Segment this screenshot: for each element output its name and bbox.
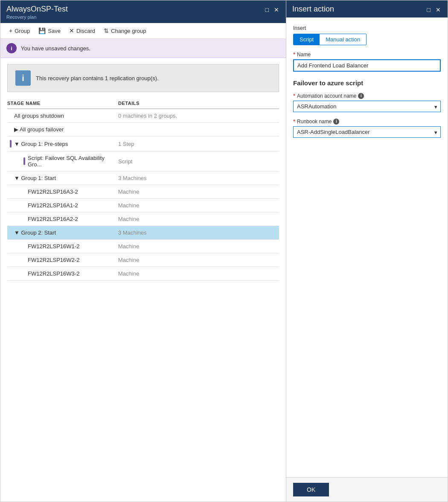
- row-stage-cell: ▶ All groups failover: [7, 126, 118, 133]
- row-details-cell: Machine: [118, 243, 279, 250]
- right-panel: Insert action □ ✕ Insert Script Manual a…: [286, 0, 448, 502]
- row-details-cell: 3 Machines: [118, 175, 279, 181]
- col-details-header: DETAILS: [118, 101, 279, 106]
- alert-text: You have unsaved changes.: [21, 45, 90, 52]
- runbook-info-icon: i: [333, 119, 339, 125]
- info-box-icon: i: [15, 70, 31, 86]
- table-row[interactable]: FW12R2LSP16W1-2Machine: [7, 240, 279, 253]
- group-bar-icon: [10, 140, 12, 148]
- row-details-cell: Script: [118, 158, 279, 165]
- table-row[interactable]: FW12R2LSP16W3-2Machine: [7, 267, 279, 281]
- discard-button[interactable]: ✕ Discard: [65, 26, 99, 36]
- automation-account-label: * Automation account name i: [293, 93, 441, 99]
- left-header: AlwaysOnSP-Test Recovery plan □ ✕: [0, 0, 286, 23]
- alert-icon: i: [6, 43, 17, 53]
- table-row[interactable]: ▶ All groups failover: [7, 123, 279, 136]
- change-group-button[interactable]: ⇅ Change group: [99, 26, 150, 36]
- table-row[interactable]: FW12R2LSP16A2-2Machine: [7, 212, 279, 226]
- runbook-select[interactable]: ASR-AddSingleLoadBalancer: [293, 126, 441, 138]
- row-stage-cell: FW12R2LSP16A1-2: [7, 202, 118, 209]
- manual-action-tab[interactable]: Manual action: [320, 34, 366, 45]
- table-row[interactable]: FW12R2LSP16A1-2Machine: [7, 199, 279, 212]
- left-panel: AlwaysOnSP-Test Recovery plan □ ✕ + Grou…: [0, 0, 286, 502]
- table-row[interactable]: All groups shutdown0 machines in 2 group…: [7, 109, 279, 123]
- alert-bar: i You have unsaved changes.: [0, 39, 286, 58]
- row-details-cell: 1 Step: [118, 141, 279, 147]
- row-stage-cell: ▼ Group 1: Pre-steps: [7, 140, 118, 148]
- table-rows: All groups shutdown0 machines in 2 group…: [7, 109, 279, 281]
- right-content: Insert Script Manual action * Name Failo…: [286, 17, 448, 477]
- save-icon: 💾: [38, 27, 46, 34]
- row-stage-cell: FW12R2LSP16W2-2: [7, 257, 118, 263]
- automation-account-select[interactable]: ASRAutomation: [293, 101, 441, 112]
- row-details-cell: 3 Machines: [118, 229, 279, 236]
- minimize-button[interactable]: □: [265, 6, 270, 14]
- col-stage-header: STAGE NAME: [7, 101, 118, 106]
- row-stage-cell: FW12R2LSP16A3-2: [7, 189, 118, 195]
- table-row[interactable]: ▼ Group 1: Pre-steps1 Step: [7, 136, 279, 151]
- row-stage-cell: ▼ Group 1: Start: [7, 175, 118, 181]
- right-header: Insert action □ ✕: [286, 0, 448, 17]
- row-details-cell: Machine: [118, 216, 279, 222]
- group-button[interactable]: + Group: [5, 26, 34, 36]
- info-box: i This recovery plan contains 1 replicat…: [7, 64, 279, 92]
- row-stage-cell: FW12R2LSP16W1-2: [7, 243, 118, 250]
- row-details-cell: Machine: [118, 257, 279, 263]
- row-stage-cell: ▼ Group 2: Start: [7, 229, 118, 236]
- runbook-select-wrapper: ASR-AddSingleLoadBalancer: [293, 126, 441, 138]
- row-details-cell: Machine: [118, 189, 279, 195]
- row-stage-cell: FW12R2LSP16W3-2: [7, 270, 118, 277]
- name-label: * Name: [293, 51, 441, 58]
- runbook-label: * Runbook name i: [293, 118, 441, 125]
- table-row[interactable]: ▼ Group 1: Start3 Machines: [7, 171, 279, 185]
- table-row[interactable]: Script: Failover SQL Availability Gro...…: [7, 151, 279, 171]
- name-field-group: * Name: [293, 51, 441, 72]
- runbook-field-group: * Runbook name i ASR-AddSingleLoadBalanc…: [293, 118, 441, 138]
- automation-info-icon: i: [358, 93, 364, 99]
- insert-label: Insert: [293, 25, 441, 31]
- name-required-star: *: [293, 51, 295, 58]
- left-header-info: AlwaysOnSP-Test Recovery plan: [6, 5, 68, 20]
- row-details-cell: Machine: [118, 270, 279, 277]
- table-row[interactable]: ▼ Group 2: Start3 Machines: [7, 226, 279, 240]
- row-stage-cell: FW12R2LSP16A2-2: [7, 216, 118, 222]
- row-stage-cell: All groups shutdown: [7, 113, 118, 119]
- script-tab[interactable]: Script: [294, 34, 320, 45]
- name-input[interactable]: [293, 59, 441, 72]
- table-header: STAGE NAME DETAILS: [7, 98, 279, 109]
- row-details-cell: 0 machines in 2 groups.: [118, 113, 279, 119]
- left-header-controls: □ ✕: [265, 6, 280, 14]
- script-bar-icon: [23, 157, 25, 165]
- info-box-text: This recovery plan contains 1 replicatio…: [36, 75, 159, 81]
- app-subtitle: Recovery plan: [6, 15, 68, 20]
- failover-title: Failover to azure script: [293, 79, 441, 87]
- change-group-icon: ⇅: [104, 27, 109, 34]
- automation-account-field-group: * Automation account name i ASRAutomatio…: [293, 93, 441, 112]
- plus-icon: +: [9, 27, 12, 34]
- close-button[interactable]: ✕: [273, 6, 280, 14]
- row-stage-cell: Script: Failover SQL Availability Gro...: [7, 155, 118, 168]
- table-row[interactable]: FW12R2LSP16W2-2Machine: [7, 253, 279, 267]
- app-title: AlwaysOnSP-Test: [6, 5, 68, 14]
- insert-section: Insert Script Manual action: [293, 25, 441, 45]
- save-button[interactable]: 💾 Save: [34, 26, 65, 36]
- row-details-cell: Machine: [118, 202, 279, 209]
- table-container: STAGE NAME DETAILS All groups shutdown0 …: [0, 98, 286, 281]
- right-close-button[interactable]: ✕: [435, 6, 442, 14]
- insert-toggle-group: Script Manual action: [293, 34, 367, 45]
- toolbar: + Group 💾 Save ✕ Discard ⇅ Change group: [0, 23, 286, 39]
- table-row[interactable]: FW12R2LSP16A3-2Machine: [7, 185, 279, 199]
- right-minimize-button[interactable]: □: [426, 6, 431, 14]
- automation-required-star: *: [293, 93, 295, 99]
- automation-account-select-wrapper: ASRAutomation: [293, 101, 441, 112]
- runbook-required-star: *: [293, 118, 295, 125]
- right-panel-title: Insert action: [292, 5, 334, 14]
- discard-icon: ✕: [69, 27, 74, 34]
- right-header-controls: □ ✕: [426, 6, 442, 14]
- ok-button[interactable]: OK: [293, 483, 329, 496]
- right-footer: OK: [286, 477, 448, 502]
